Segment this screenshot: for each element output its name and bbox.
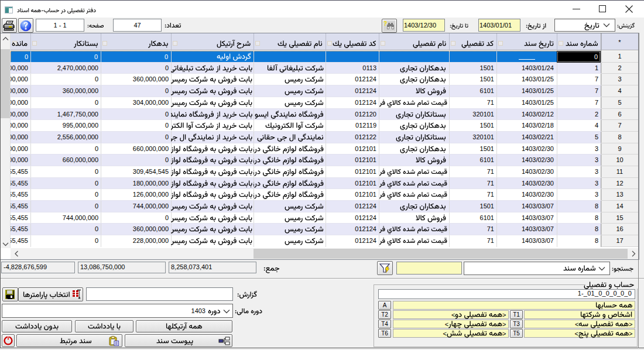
svg-text:?: ?	[383, 20, 387, 27]
